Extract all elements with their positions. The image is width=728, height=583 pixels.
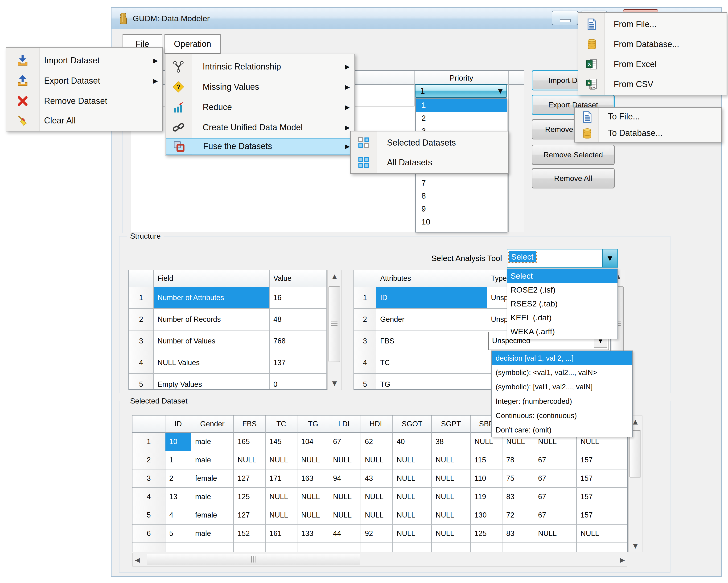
cell[interactable]: 171 [266,470,297,488]
cell[interactable]: 94 [329,470,361,488]
menu-item-from-excel[interactable]: X From Excel [578,54,726,74]
attribute-cell[interactable]: TC [376,352,487,374]
dataset-list-scrollbar[interactable] [509,85,524,232]
column-header[interactable]: FBS [234,416,266,433]
type-option[interactable]: (symbolic): [val1, val2..., valN] [492,380,632,394]
row-number[interactable]: 4 [132,488,165,506]
cell[interactable]: NULL [297,506,329,525]
priority-combo[interactable]: 1 ▼ [415,84,507,98]
menu-item-clear-all[interactable]: Clear All [6,111,162,130]
priority-column-header[interactable]: Priority [415,71,509,85]
cell[interactable]: 125 [234,488,266,506]
priority-option[interactable]: 7 [416,177,507,189]
minimize-button[interactable] [552,10,578,25]
type-option[interactable]: Integer: (numbercoded) [492,394,632,408]
attributes-column-header[interactable]: Attributes [376,270,487,287]
cell[interactable]: NULL [266,451,297,470]
analysis-option[interactable]: KEEL (.dat) [507,311,618,325]
value-cell[interactable]: 48 [269,309,327,330]
row-number[interactable]: 5 [354,374,376,390]
scroll-up-icon[interactable]: ▲ [328,273,341,280]
cell[interactable]: NULL [329,488,361,506]
cell[interactable]: 4 [165,506,191,525]
analysis-option[interactable]: RSES2 (.tab) [507,297,618,311]
row-number[interactable]: 4 [129,352,154,374]
priority-option[interactable]: 9 [416,202,507,215]
cell[interactable]: 157 [577,506,627,525]
scroll-down-icon[interactable]: ▼ [328,380,341,387]
row-number[interactable]: 2 [129,309,154,330]
field-cell[interactable]: NULL Values [154,352,269,374]
cell[interactable]: 125 [471,525,502,543]
column-header[interactable]: SGPT [432,416,471,433]
cell[interactable]: 104 [297,433,329,451]
analysis-option[interactable]: ROSE2 (.isf) [507,283,618,297]
cell[interactable]: NULL [361,488,393,506]
menu-item-intrinsic-relationship[interactable]: Intrinsic Relationship ▶ [165,56,354,77]
cell[interactable]: 127 [234,470,266,488]
cell[interactable]: 40 [393,433,432,451]
menu-item-missing-values[interactable]: ? Missing Values ▶ [165,77,354,97]
menu-item-to-database[interactable]: To Database... [575,125,721,141]
cell[interactable]: NULL [266,506,297,525]
cell[interactable]: 92 [361,525,393,543]
cell[interactable]: 67 [329,433,361,451]
analysis-tool-combo[interactable]: Select ▼ [507,249,618,268]
column-header[interactable]: LDL [329,416,361,433]
value-cell[interactable]: 768 [269,330,327,352]
cell[interactable]: 163 [297,470,329,488]
menu-item-from-csv[interactable]: Xcsv From CSV [578,74,726,94]
cell[interactable]: 157 [577,451,627,470]
priority-option[interactable]: 2 [416,112,507,125]
cell[interactable]: 157 [577,470,627,488]
cell[interactable]: NULL [266,488,297,506]
row-number[interactable]: 6 [132,525,165,543]
field-cell[interactable]: Number of Records [154,309,269,330]
priority-option[interactable]: 1 [416,99,507,112]
scroll-down-icon[interactable]: ▼ [628,542,642,549]
value-cell[interactable]: 137 [269,352,327,374]
type-option[interactable]: decision [val 1, val 2, ...] [492,351,632,365]
cell[interactable]: 2 [165,470,191,488]
value-cell[interactable]: 0 [269,374,327,390]
cell[interactable]: NULL [393,506,432,525]
menu-item-from-database[interactable]: From Database... [578,34,726,54]
row-number[interactable]: 1 [354,287,376,309]
column-header[interactable]: ID [165,416,191,433]
cell[interactable]: male [191,525,234,543]
cell[interactable]: NULL [234,451,266,470]
cell[interactable]: NULL [361,451,393,470]
cell[interactable]: 165 [234,433,266,451]
row-number[interactable]: 1 [132,433,165,451]
cell[interactable]: 78 [502,451,534,470]
cell[interactable]: 130 [471,506,502,525]
cell[interactable]: NULL [432,488,471,506]
scrollbar-thumb[interactable] [629,430,641,477]
cell[interactable]: NULL [432,451,471,470]
row-number[interactable]: 3 [132,470,165,488]
cell[interactable]: 119 [471,488,502,506]
cell[interactable]: male [191,433,234,451]
cell[interactable]: 152 [234,525,266,543]
menu-item-import-dataset[interactable]: Import Dataset ▶ [6,50,162,71]
cell[interactable]: NULL [393,451,432,470]
field-cell[interactable]: Number of Attributes [154,287,269,309]
scroll-left-icon[interactable]: ◀ [135,556,140,563]
menu-item-reduce[interactable]: Reduce ▶ [165,97,354,117]
remove-all-button[interactable]: Remove All [532,168,615,188]
cell[interactable]: 62 [361,433,393,451]
column-header[interactable]: SGOT [393,416,432,433]
row-number[interactable]: 1 [129,287,154,309]
cell[interactable]: NULL [393,488,432,506]
cell[interactable]: 83 [502,525,534,543]
field-table-scrollbar[interactable]: ▲ ▼ [327,270,342,390]
scrollbar-thumb[interactable] [147,554,360,565]
cell[interactable]: 161 [266,525,297,543]
cell[interactable]: 127 [234,506,266,525]
menu-item-export-dataset[interactable]: Export Dataset ▶ [6,71,162,91]
cell[interactable]: NULL [329,451,361,470]
attribute-cell[interactable]: Gender [376,309,487,330]
row-number[interactable]: 5 [132,506,165,525]
cell[interactable]: 67 [534,488,577,506]
cell[interactable]: 43 [361,470,393,488]
